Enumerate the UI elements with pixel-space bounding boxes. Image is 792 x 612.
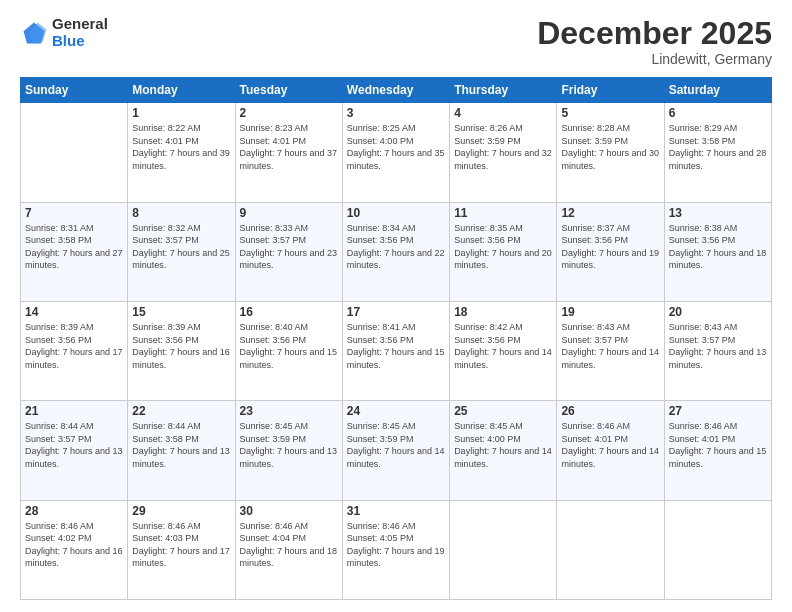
table-row: 24 Sunrise: 8:45 AMSunset: 3:59 PMDaylig…: [342, 401, 449, 500]
day-info: Sunrise: 8:26 AMSunset: 3:59 PMDaylight:…: [454, 122, 552, 172]
table-row: 16 Sunrise: 8:40 AMSunset: 3:56 PMDaylig…: [235, 301, 342, 400]
day-number: 14: [25, 305, 123, 319]
day-number: 27: [669, 404, 767, 418]
day-number: 15: [132, 305, 230, 319]
table-row: 15 Sunrise: 8:39 AMSunset: 3:56 PMDaylig…: [128, 301, 235, 400]
day-info: Sunrise: 8:40 AMSunset: 3:56 PMDaylight:…: [240, 321, 338, 371]
header: General Blue December 2025 Lindewitt, Ge…: [20, 16, 772, 67]
day-number: 2: [240, 106, 338, 120]
day-info: Sunrise: 8:43 AMSunset: 3:57 PMDaylight:…: [669, 321, 767, 371]
day-number: 4: [454, 106, 552, 120]
table-row: 20 Sunrise: 8:43 AMSunset: 3:57 PMDaylig…: [664, 301, 771, 400]
day-info: Sunrise: 8:39 AMSunset: 3:56 PMDaylight:…: [132, 321, 230, 371]
day-number: 22: [132, 404, 230, 418]
day-number: 11: [454, 206, 552, 220]
day-info: Sunrise: 8:45 AMSunset: 3:59 PMDaylight:…: [240, 420, 338, 470]
table-row: 23 Sunrise: 8:45 AMSunset: 3:59 PMDaylig…: [235, 401, 342, 500]
table-row: 10 Sunrise: 8:34 AMSunset: 3:56 PMDaylig…: [342, 202, 449, 301]
day-info: Sunrise: 8:29 AMSunset: 3:58 PMDaylight:…: [669, 122, 767, 172]
table-row: [557, 500, 664, 599]
day-info: Sunrise: 8:32 AMSunset: 3:57 PMDaylight:…: [132, 222, 230, 272]
col-thursday: Thursday: [450, 78, 557, 103]
day-number: 1: [132, 106, 230, 120]
table-row: 12 Sunrise: 8:37 AMSunset: 3:56 PMDaylig…: [557, 202, 664, 301]
day-info: Sunrise: 8:42 AMSunset: 3:56 PMDaylight:…: [454, 321, 552, 371]
table-row: 8 Sunrise: 8:32 AMSunset: 3:57 PMDayligh…: [128, 202, 235, 301]
day-number: 28: [25, 504, 123, 518]
col-monday: Monday: [128, 78, 235, 103]
day-number: 9: [240, 206, 338, 220]
day-number: 23: [240, 404, 338, 418]
day-number: 30: [240, 504, 338, 518]
table-row: 19 Sunrise: 8:43 AMSunset: 3:57 PMDaylig…: [557, 301, 664, 400]
day-number: 7: [25, 206, 123, 220]
logo-blue: Blue: [52, 33, 108, 50]
title-block: December 2025 Lindewitt, Germany: [537, 16, 772, 67]
day-number: 13: [669, 206, 767, 220]
location-subtitle: Lindewitt, Germany: [537, 51, 772, 67]
table-row: 7 Sunrise: 8:31 AMSunset: 3:58 PMDayligh…: [21, 202, 128, 301]
day-info: Sunrise: 8:33 AMSunset: 3:57 PMDaylight:…: [240, 222, 338, 272]
logo-text: General Blue: [52, 16, 108, 49]
day-number: 8: [132, 206, 230, 220]
table-row: 2 Sunrise: 8:23 AMSunset: 4:01 PMDayligh…: [235, 103, 342, 202]
day-number: 29: [132, 504, 230, 518]
table-row: 25 Sunrise: 8:45 AMSunset: 4:00 PMDaylig…: [450, 401, 557, 500]
month-title: December 2025: [537, 16, 772, 51]
day-number: 24: [347, 404, 445, 418]
day-number: 6: [669, 106, 767, 120]
table-row: 5 Sunrise: 8:28 AMSunset: 3:59 PMDayligh…: [557, 103, 664, 202]
col-tuesday: Tuesday: [235, 78, 342, 103]
day-info: Sunrise: 8:35 AMSunset: 3:56 PMDaylight:…: [454, 222, 552, 272]
table-row: 26 Sunrise: 8:46 AMSunset: 4:01 PMDaylig…: [557, 401, 664, 500]
table-row: 4 Sunrise: 8:26 AMSunset: 3:59 PMDayligh…: [450, 103, 557, 202]
day-number: 18: [454, 305, 552, 319]
table-row: 31 Sunrise: 8:46 AMSunset: 4:05 PMDaylig…: [342, 500, 449, 599]
logo: General Blue: [20, 16, 108, 49]
table-row: 1 Sunrise: 8:22 AMSunset: 4:01 PMDayligh…: [128, 103, 235, 202]
calendar-table: Sunday Monday Tuesday Wednesday Thursday…: [20, 77, 772, 600]
day-info: Sunrise: 8:39 AMSunset: 3:56 PMDaylight:…: [25, 321, 123, 371]
calendar-week-4: 21 Sunrise: 8:44 AMSunset: 3:57 PMDaylig…: [21, 401, 772, 500]
day-info: Sunrise: 8:25 AMSunset: 4:00 PMDaylight:…: [347, 122, 445, 172]
day-info: Sunrise: 8:45 AMSunset: 3:59 PMDaylight:…: [347, 420, 445, 470]
table-row: 30 Sunrise: 8:46 AMSunset: 4:04 PMDaylig…: [235, 500, 342, 599]
table-row: 14 Sunrise: 8:39 AMSunset: 3:56 PMDaylig…: [21, 301, 128, 400]
table-row: 11 Sunrise: 8:35 AMSunset: 3:56 PMDaylig…: [450, 202, 557, 301]
table-row: 29 Sunrise: 8:46 AMSunset: 4:03 PMDaylig…: [128, 500, 235, 599]
table-row: 6 Sunrise: 8:29 AMSunset: 3:58 PMDayligh…: [664, 103, 771, 202]
day-number: 17: [347, 305, 445, 319]
calendar-week-1: 1 Sunrise: 8:22 AMSunset: 4:01 PMDayligh…: [21, 103, 772, 202]
day-number: 5: [561, 106, 659, 120]
table-row: 17 Sunrise: 8:41 AMSunset: 3:56 PMDaylig…: [342, 301, 449, 400]
day-number: 16: [240, 305, 338, 319]
table-row: 9 Sunrise: 8:33 AMSunset: 3:57 PMDayligh…: [235, 202, 342, 301]
day-info: Sunrise: 8:46 AMSunset: 4:01 PMDaylight:…: [561, 420, 659, 470]
day-info: Sunrise: 8:31 AMSunset: 3:58 PMDaylight:…: [25, 222, 123, 272]
day-info: Sunrise: 8:41 AMSunset: 3:56 PMDaylight:…: [347, 321, 445, 371]
table-row: 18 Sunrise: 8:42 AMSunset: 3:56 PMDaylig…: [450, 301, 557, 400]
table-row: 13 Sunrise: 8:38 AMSunset: 3:56 PMDaylig…: [664, 202, 771, 301]
table-row: 28 Sunrise: 8:46 AMSunset: 4:02 PMDaylig…: [21, 500, 128, 599]
day-number: 25: [454, 404, 552, 418]
logo-general: General: [52, 16, 108, 33]
table-row: [664, 500, 771, 599]
table-row: [450, 500, 557, 599]
day-info: Sunrise: 8:23 AMSunset: 4:01 PMDaylight:…: [240, 122, 338, 172]
day-number: 12: [561, 206, 659, 220]
day-number: 26: [561, 404, 659, 418]
page: General Blue December 2025 Lindewitt, Ge…: [0, 0, 792, 612]
day-info: Sunrise: 8:46 AMSunset: 4:02 PMDaylight:…: [25, 520, 123, 570]
table-row: 27 Sunrise: 8:46 AMSunset: 4:01 PMDaylig…: [664, 401, 771, 500]
day-number: 20: [669, 305, 767, 319]
day-info: Sunrise: 8:38 AMSunset: 3:56 PMDaylight:…: [669, 222, 767, 272]
table-row: 3 Sunrise: 8:25 AMSunset: 4:00 PMDayligh…: [342, 103, 449, 202]
calendar-header-row: Sunday Monday Tuesday Wednesday Thursday…: [21, 78, 772, 103]
day-info: Sunrise: 8:46 AMSunset: 4:01 PMDaylight:…: [669, 420, 767, 470]
day-info: Sunrise: 8:46 AMSunset: 4:05 PMDaylight:…: [347, 520, 445, 570]
logo-icon: [20, 19, 48, 47]
day-number: 3: [347, 106, 445, 120]
col-friday: Friday: [557, 78, 664, 103]
day-number: 21: [25, 404, 123, 418]
col-saturday: Saturday: [664, 78, 771, 103]
